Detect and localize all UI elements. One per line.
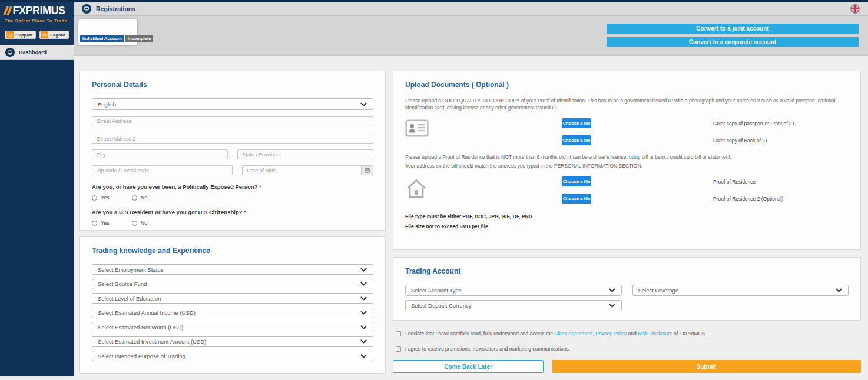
brand-name: FXPRIMUS (13, 5, 65, 17)
chevron-down-icon (360, 309, 367, 316)
radio-icon (92, 221, 97, 226)
us-citizenship-question: Are you a U.S Resident or have you got U… (92, 209, 373, 215)
status-badge: Incomplete (125, 35, 154, 43)
date-of-birth-input[interactable] (242, 165, 362, 175)
residence-label: Proof of Residence (707, 179, 849, 185)
chevron-down-icon (608, 286, 616, 294)
convert-corporate-button[interactable]: Convert to a corporate account (607, 37, 859, 47)
language-select[interactable]: English (92, 98, 373, 110)
street-address-2-input[interactable] (92, 134, 373, 144)
pep-no-radio[interactable]: No (132, 195, 148, 201)
radio-icon (132, 195, 137, 201)
choose-file-button-id-back[interactable]: Choose a file (562, 135, 591, 145)
registrations-icon (82, 4, 91, 14)
power-icon (41, 31, 48, 38)
us-no-radio[interactable]: No (132, 220, 148, 226)
chevron-down-icon (360, 295, 367, 302)
logo[interactable]: FXPRIMUS The Safest Place To Trade (0, 0, 74, 26)
residence-2-label: Proof of Residence 2 (Optional) (707, 196, 849, 202)
chevron-down-icon (360, 338, 367, 345)
marketing-consent-checkbox[interactable] (396, 346, 401, 352)
page-title: Registrations (96, 5, 135, 12)
declaration-row: I declare that I have carefully read, fu… (396, 331, 855, 336)
header-bar: Registrations (74, 2, 868, 16)
city-input[interactable] (92, 149, 228, 159)
trading-purpose-select[interactable]: Select Intended Purpose of Trading (92, 351, 373, 361)
convert-joint-button[interactable]: Convert to a joint account (607, 24, 859, 34)
account-type-select[interactable]: Select Account Type (405, 285, 622, 296)
declaration-text: I declare that I have carefully read, fu… (405, 331, 707, 336)
residence-upload-block: Choose a file Proof of Residence Choose … (405, 176, 849, 211)
radio-icon (132, 221, 137, 226)
file-type-note: File type must be either PDF, DOC, JPG, … (405, 213, 849, 221)
pep-radio-group: Yes No (92, 195, 373, 201)
sidebar-actions: Support Logout (0, 26, 74, 45)
zip-postal-input[interactable] (92, 165, 233, 175)
choose-file-button-residence-2[interactable]: Choose a file (562, 194, 591, 204)
us-yes-radio[interactable]: Yes (92, 220, 110, 226)
chevron-down-icon (360, 324, 367, 331)
calendar-icon[interactable] (362, 165, 373, 175)
trading-knowledge-panel: Trading knowledge and Experience Select … (79, 236, 386, 374)
envelope-icon (6, 31, 14, 38)
trading-account-panel: Trading Account Select Account Type Sele… (393, 257, 861, 321)
logout-label: Logout (50, 32, 68, 38)
declaration-checkbox[interactable] (396, 331, 401, 336)
logout-button[interactable]: Logout (39, 31, 68, 39)
radio-icon (92, 195, 97, 201)
file-size-note: File size not to exceed 5MB per file (405, 223, 849, 231)
chevron-down-icon (360, 101, 367, 108)
pep-yes-radio[interactable]: Yes (92, 195, 110, 201)
state-province-input[interactable] (237, 149, 373, 159)
account-type-badge: Individual Account (80, 35, 124, 43)
net-worth-select[interactable]: Select Estimated Net Worth (USD) (92, 322, 373, 332)
investment-amount-select[interactable]: Select Estimated Investment Amount (USD) (92, 336, 373, 347)
choose-file-button-id-front[interactable]: Choose a file (562, 118, 591, 128)
street-address-input[interactable] (92, 116, 373, 126)
section-title: Trading knowledge and Experience (92, 246, 373, 255)
residence-instructions-2: Your address on the bill should match th… (405, 162, 849, 169)
chevron-down-icon (360, 280, 367, 288)
house-icon (405, 176, 446, 211)
choose-file-button-residence[interactable]: Choose a file (562, 176, 591, 186)
dashboard-icon (5, 48, 15, 57)
us-citizenship-radio-group: Yes No (92, 220, 373, 226)
id-back-label: Color copy of Back of ID (707, 138, 849, 144)
chevron-down-icon (608, 302, 616, 309)
required-asterisk: * (259, 184, 261, 190)
source-fund-select[interactable]: Select Source Fund (92, 279, 373, 289)
account-band: Individual AccountIncomplete Convert to … (74, 16, 868, 56)
marketing-consent-row: I agree to receive promotions, newslette… (396, 346, 855, 352)
education-level-select[interactable]: Select Level of Education (92, 293, 373, 304)
id-front-label: Color copy of passport or Front of ID (707, 121, 849, 126)
client-agreement-link[interactable]: Client Agreement (554, 331, 592, 336)
marketing-consent-text: I agree to receive promotions, newslette… (405, 346, 570, 352)
employment-status-select[interactable]: Select Employment Status (92, 264, 373, 275)
section-title: Trading Account (405, 267, 849, 275)
come-back-later-button[interactable]: Come Back Later (393, 360, 544, 373)
account-card[interactable]: Individual AccountIncomplete (78, 19, 137, 45)
brand-tagline: The Safest Place To Trade (5, 18, 69, 24)
id-upload-instructions: Please upload a GOOD QUALITY, COLOUR COP… (405, 97, 849, 111)
sidebar-item-dashboard[interactable]: Dashboard (0, 45, 74, 60)
sidebar: FXPRIMUS The Safest Place To Trade Suppo… (0, 0, 74, 378)
sidebar-item-label: Dashboard (19, 49, 47, 55)
id-upload-block: Choose a file Color copy of passport or … (405, 118, 849, 152)
residence-instructions-1: Please upload a Proof of Residence that … (405, 154, 849, 161)
sidebar-bottom-strip (0, 376, 74, 378)
privacy-policy-link[interactable]: Privacy Policy (595, 331, 627, 336)
upload-documents-panel: Upload Documents ( Optional ) Please upl… (393, 71, 861, 250)
submit-button[interactable]: Submit (552, 360, 861, 373)
language-flag-uk-icon[interactable] (850, 4, 860, 14)
section-title: Upload Documents ( Optional ) (405, 81, 849, 89)
support-button[interactable]: Support (5, 31, 36, 39)
chevron-down-icon (835, 286, 843, 294)
section-title: Personal Details (92, 81, 373, 89)
chevron-down-icon (360, 266, 367, 274)
risk-disclosure-link[interactable]: Risk Disclosure (638, 331, 672, 336)
chevron-down-icon (360, 352, 367, 360)
deposit-currency-select[interactable]: Select Deposit Currency (405, 300, 622, 311)
leverage-select[interactable]: Select Leverage (632, 285, 849, 296)
annual-income-select[interactable]: Select Estimated Annual Income (USD) (92, 308, 373, 318)
pep-question: Are you, or have you ever been, a Politi… (92, 184, 373, 190)
